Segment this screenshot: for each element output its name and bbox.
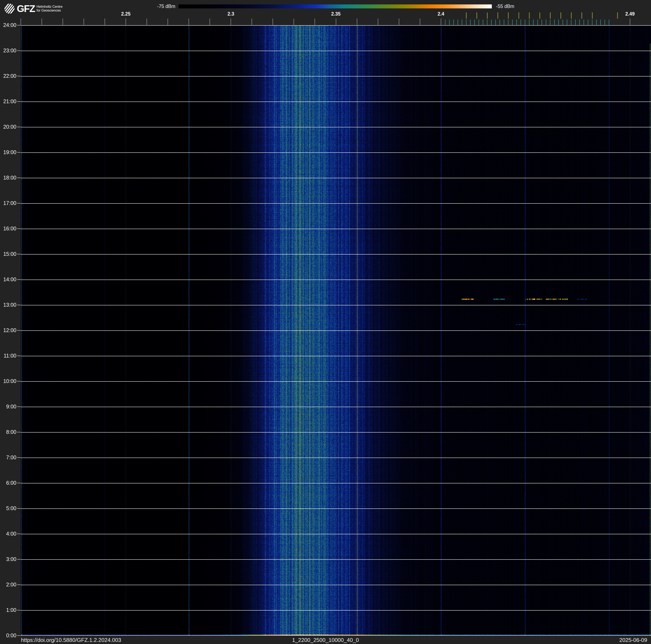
time-tick-dash (17, 585, 21, 585)
bluetooth-channel-tick (458, 20, 458, 25)
time-tick-label: 11:00 (0, 353, 17, 359)
time-tick-label: 13:00 (0, 302, 17, 308)
bluetooth-channel-tick (487, 20, 488, 25)
time-tick-label: 7:00 (0, 455, 17, 461)
bluetooth-channel-tick (604, 20, 605, 25)
time-tick-label: 16:00 (0, 226, 17, 232)
time-tick-label: 3:00 (0, 556, 17, 562)
wifi-channel-tick (519, 12, 519, 19)
freq-major-tick (630, 19, 630, 25)
bluetooth-channel-tick (558, 20, 559, 25)
wifi-channel-tick (466, 12, 467, 19)
time-tick-label: 2:00 (0, 582, 17, 588)
bluetooth-channel-tick (500, 20, 500, 25)
freq-major-tick (84, 19, 84, 25)
wifi-channel-tick (508, 12, 508, 19)
bluetooth-channel-tick (521, 20, 521, 25)
bluetooth-channel-tick (525, 20, 525, 25)
freq-major-tick (210, 19, 210, 25)
time-tick-label: 18:00 (0, 175, 17, 181)
spectrogram-page: GFZ Helmholtz Centre for Geosciences -75… (0, 0, 651, 644)
time-tick-label: 22:00 (0, 73, 17, 79)
bluetooth-channel-tick (579, 20, 580, 25)
time-tick-label: 10:00 (0, 378, 17, 384)
time-tick-dash (17, 279, 21, 280)
bluetooth-channel-tick (478, 20, 479, 25)
freq-major-tick (167, 19, 168, 25)
time-tick-label: 24:00 (0, 22, 17, 28)
time-tick-dash (17, 457, 21, 458)
bluetooth-channel-tick (596, 20, 597, 25)
bluetooth-channel-tick (537, 20, 538, 25)
time-tick-dash (17, 356, 21, 356)
time-tick-dash (17, 51, 21, 51)
bluetooth-channel-tick (592, 20, 592, 25)
bluetooth-channel-tick (567, 20, 567, 25)
bluetooth-channel-tick (517, 20, 517, 25)
bluetooth-channel-tick (466, 20, 466, 25)
time-tick-dash (17, 508, 21, 509)
bluetooth-channel-tick (491, 20, 492, 25)
wifi-channel-tick (476, 12, 477, 19)
time-tick-label: 6:00 (0, 480, 17, 486)
bluetooth-channel-tick (571, 20, 571, 25)
freq-tick-label: 2.35 (327, 11, 345, 17)
footer-dataset-id: 1_2200_2500_10000_40_0 (0, 637, 651, 643)
time-tick-dash (17, 559, 21, 559)
bluetooth-channel-tick (470, 20, 471, 25)
bluetooth-channel-tick (554, 20, 555, 25)
footer-date: 2025-06-09 (619, 637, 647, 643)
time-tick-dash (17, 610, 21, 610)
bluetooth-channel-tick (474, 20, 475, 25)
bluetooth-channel-tick (483, 20, 483, 25)
wifi-channel-tick (571, 12, 571, 19)
bluetooth-channel-tick (504, 20, 504, 25)
bluetooth-channel-tick (563, 20, 563, 25)
time-tick-label: 17:00 (0, 200, 17, 206)
wifi-channel-tick (487, 12, 488, 19)
time-tick-dash (17, 305, 21, 305)
wifi-channel-tick (529, 12, 530, 19)
bluetooth-channel-tick (449, 20, 450, 25)
bluetooth-channel-tick (600, 20, 601, 25)
time-tick-dash (17, 229, 21, 229)
time-tick-label: 20:00 (0, 124, 17, 130)
freq-major-tick (399, 19, 399, 25)
time-tick-dash (17, 407, 21, 407)
bluetooth-channel-tick (529, 20, 529, 25)
time-tick-dash (17, 178, 21, 178)
wifi-channel-tick (539, 12, 540, 19)
freq-major-tick (420, 19, 420, 25)
time-tick-dash (17, 254, 21, 254)
time-tick-dash (17, 330, 21, 331)
freq-major-tick (315, 19, 315, 25)
bluetooth-channel-tick (445, 20, 445, 25)
time-tick-dash (17, 25, 21, 25)
freq-major-tick (230, 19, 231, 25)
bluetooth-channel-tick (508, 20, 508, 25)
time-tick-dash (17, 152, 21, 153)
freq-major-tick (273, 19, 273, 25)
time-tick-dash (17, 432, 21, 432)
wifi-channel-tick (497, 12, 498, 19)
time-tick-label: 15:00 (0, 251, 17, 257)
freq-major-tick (126, 19, 126, 25)
freq-major-tick (336, 19, 336, 25)
time-tick-label: 19:00 (0, 149, 17, 155)
time-tick-dash (17, 483, 21, 483)
freq-major-tick (63, 19, 63, 25)
wifi-channel-tick (592, 12, 593, 19)
bluetooth-channel-tick (454, 20, 454, 25)
bluetooth-channel-tick (584, 20, 584, 25)
time-tick-label: 23:00 (0, 48, 17, 54)
time-tick-dash (17, 203, 21, 203)
time-tick-label: 14:00 (0, 276, 17, 283)
time-tick-label: 4:00 (0, 531, 17, 537)
bluetooth-channel-tick (588, 20, 588, 25)
freq-major-tick (189, 19, 189, 25)
freq-tick-label: 2.3 (221, 11, 240, 17)
freq-major-tick (104, 19, 105, 25)
freq-major-tick (441, 19, 441, 25)
time-tick-label: 9:00 (0, 404, 17, 410)
freq-major-tick (293, 19, 294, 25)
